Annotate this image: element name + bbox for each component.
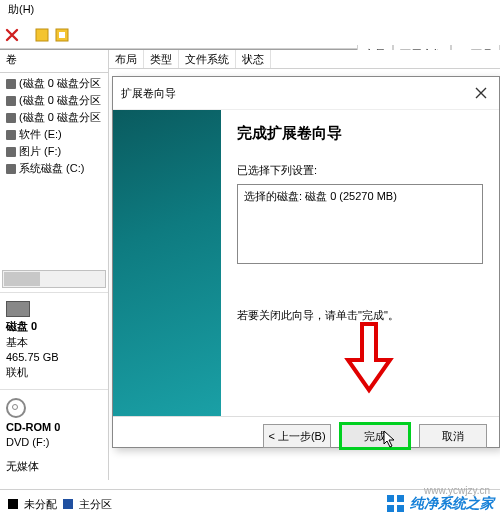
properties-icon[interactable]	[34, 27, 50, 43]
legend-unallocated: 未分配	[24, 497, 57, 512]
legend-swatch-primary	[63, 499, 73, 509]
svg-rect-6	[397, 505, 404, 512]
disk-icon	[6, 301, 30, 317]
volume-pane: 卷 (磁盘 0 磁盘分区 (磁盘 0 磁盘分区 (磁盘 0 磁盘分区 软件 (E…	[0, 50, 109, 480]
volume-list: (磁盘 0 磁盘分区 (磁盘 0 磁盘分区 (磁盘 0 磁盘分区 软件 (E:)…	[0, 73, 108, 179]
volume-icon	[6, 130, 16, 140]
refresh-icon[interactable]	[54, 27, 70, 43]
finish-button[interactable]: 完成	[339, 422, 411, 450]
list-item[interactable]: (磁盘 0 磁盘分区	[0, 92, 108, 109]
cancel-button[interactable]: 取消	[419, 424, 487, 448]
svg-rect-4	[397, 495, 404, 502]
list-item[interactable]: 系统磁盘 (C:)	[0, 160, 108, 177]
cdrom-icon	[6, 398, 26, 418]
wizard-heading: 完成扩展卷向导	[237, 124, 483, 143]
back-button[interactable]: < 上一步(B)	[263, 424, 331, 448]
extend-volume-wizard: 扩展卷向导 完成扩展卷向导 已选择下列设置: 选择的磁盘: 磁盘 0 (2527…	[112, 76, 500, 448]
menu-help[interactable]: 助(H)	[8, 3, 34, 15]
watermark: 纯净系统之家	[386, 494, 494, 514]
col-volume[interactable]: 卷	[0, 50, 108, 73]
menu-bar: 助(H)	[0, 0, 500, 22]
wizard-button-row: < 上一步(B) 完成 取消	[113, 416, 499, 455]
watermark-icon	[386, 494, 406, 514]
col-fs[interactable]: 文件系统	[179, 50, 236, 68]
svg-rect-5	[387, 505, 394, 512]
col-type[interactable]: 类型	[144, 50, 179, 68]
wizard-banner	[113, 110, 221, 416]
legend-primary: 主分区	[79, 497, 112, 512]
legend-swatch-unallocated	[8, 499, 18, 509]
list-item[interactable]: (磁盘 0 磁盘分区	[0, 75, 108, 92]
svg-rect-2	[59, 32, 65, 38]
col-status[interactable]: 状态	[236, 50, 271, 68]
close-icon[interactable]	[471, 83, 491, 103]
volume-icon	[6, 96, 16, 106]
wizard-subtitle: 已选择下列设置:	[237, 163, 483, 178]
list-item[interactable]: 图片 (F:)	[0, 143, 108, 160]
wizard-title: 扩展卷向导	[121, 86, 176, 101]
scrollbar-horizontal[interactable]	[2, 270, 106, 288]
wizard-note: 若要关闭此向导，请单击"完成"。	[237, 308, 483, 323]
col-layout[interactable]: 布局	[109, 50, 144, 68]
volume-icon	[6, 164, 16, 174]
column-headers-left: 布局 类型 文件系统 状态	[109, 50, 500, 69]
svg-rect-0	[36, 29, 48, 41]
volume-icon	[6, 147, 16, 157]
cdrom-box[interactable]: CD-ROM 0 DVD (F:) 无媒体	[0, 392, 108, 480]
list-item[interactable]: 软件 (E:)	[0, 126, 108, 143]
delete-icon[interactable]	[4, 27, 20, 43]
volume-icon	[6, 79, 16, 89]
wizard-summary-list[interactable]: 选择的磁盘: 磁盘 0 (25270 MB)	[237, 184, 483, 264]
disk-0-box[interactable]: 磁盘 0 基本 465.75 GB 联机	[0, 295, 108, 387]
svg-rect-3	[387, 495, 394, 502]
volume-icon	[6, 113, 16, 123]
list-item[interactable]: (磁盘 0 磁盘分区	[0, 109, 108, 126]
